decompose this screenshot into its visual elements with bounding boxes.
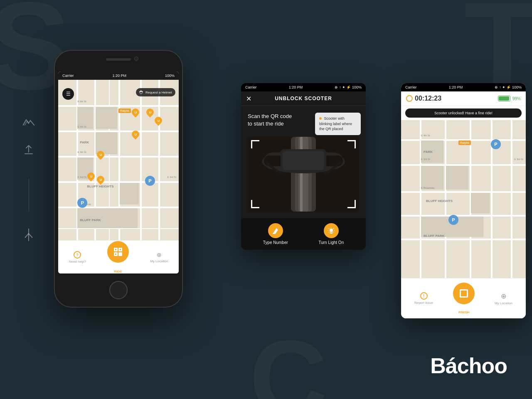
svg-rect-9: [115, 254, 116, 255]
upload-icon[interactable]: [24, 145, 33, 158]
svg-rect-8: [120, 249, 121, 250]
street-label-2: E 5th St: [77, 126, 86, 128]
unblock-title: UNBLOCK SCOOTER: [275, 96, 332, 101]
antenna-icon[interactable]: [24, 229, 33, 244]
ride-time: 1:20 PM: [449, 85, 463, 89]
unblock-time: 1:20 PM: [289, 85, 303, 89]
svg-rect-10: [118, 252, 122, 256]
ride-timer: 00:12:23: [406, 95, 441, 102]
scooter-pin-7[interactable]: U: [97, 176, 104, 185]
battery-indicator: 99%: [498, 96, 521, 101]
ride-battery-status: ⊕ ↑ ✦ ⚡ 100%: [495, 85, 522, 89]
phone-frame-main: Carrier 1:20 PM 100%: [54, 50, 183, 308]
sidebar-divider: [29, 179, 29, 212]
ride-street-1: E 4th St: [421, 134, 430, 137]
close-button[interactable]: ✕: [246, 95, 251, 103]
ride-ralphs: Ralphs: [458, 140, 471, 145]
street-label-4: E 3rd St: [77, 176, 86, 178]
ride-street-3: E 3rd St: [514, 158, 523, 160]
timer-icon: [406, 95, 413, 102]
unblock-carrier: Carrier: [245, 85, 257, 89]
phone-screen-main: Carrier 1:20 PM 100%: [58, 71, 179, 273]
ride-street-2: E 3rd St: [421, 158, 430, 160]
qr-viewfinder[interactable]: [248, 137, 359, 212]
type-number-action[interactable]: Type Number: [263, 223, 288, 245]
phone-camera: [134, 57, 138, 61]
phone-home-button[interactable]: [109, 281, 128, 299]
turn-light-label: Turn Light On: [318, 240, 344, 245]
tooltip-text: Scooter with blinking label where the QR…: [319, 116, 352, 131]
bluff-park-label: BLUFF PARK: [80, 218, 101, 222]
battery-fill: [499, 96, 509, 101]
ride-bluff-park-label: BLUFF PARK: [424, 234, 445, 238]
unlock-toast: Scooter unlocked! Have a fine ride!: [405, 108, 522, 118]
report-issue-label: Report Issue: [414, 301, 433, 305]
ride-topbar: 00:12:23 99%: [401, 91, 526, 106]
type-number-label: Type Number: [263, 240, 288, 245]
battery-label: 100%: [165, 74, 175, 78]
svg-point-24: [330, 229, 333, 232]
scooter-pin-4[interactable]: U: [132, 131, 139, 140]
ride-footer: ! Report Issue FINISH ⊕ My Location: [401, 278, 526, 318]
timer-value: 00:12:23: [415, 95, 441, 102]
my-location-tab[interactable]: ⊕ My Location: [495, 292, 512, 305]
street-label-3: E 4th St: [77, 151, 86, 153]
location-tab-label: My Location: [150, 259, 168, 263]
location-icon: ⊕: [501, 292, 506, 300]
bg-letter-c: C: [249, 324, 328, 399]
ride-carrier: Carrier: [405, 85, 417, 89]
help-tab[interactable]: ? Need help?: [69, 251, 86, 264]
finish-icon: [460, 289, 468, 298]
scooter-pin-6[interactable]: U: [87, 172, 95, 182]
turn-light-icon: [324, 223, 339, 238]
report-issue-icon: !: [420, 292, 428, 300]
svg-rect-22: [283, 151, 324, 170]
my-location-label: My Location: [495, 301, 512, 305]
helmet-button-label: Request a Helmet: [145, 91, 172, 94]
svg-rect-15: [300, 137, 303, 212]
scan-instruction: Scan the QR code to start the ride: [248, 113, 298, 128]
main-map: E 6th St E 5th St E 4th St E 3rd St E 3r…: [58, 80, 179, 249]
scooter-pin-3[interactable]: U: [155, 117, 162, 126]
svg-line-2: [29, 234, 32, 238]
svg-rect-14: [298, 137, 308, 212]
unblock-status-bar: Carrier 1:20 PM ⊕ ↑ ✦ ⚡ 100%: [241, 83, 366, 91]
ride-parking-pin-2[interactable]: P: [448, 215, 458, 225]
map-menu-button[interactable]: ☰: [62, 88, 74, 100]
location-tab[interactable]: ⊕ My Location: [150, 251, 168, 263]
phone-speaker: [106, 58, 131, 61]
type-number-icon: [268, 223, 283, 238]
svg-rect-7: [115, 249, 116, 250]
svg-line-1: [25, 234, 29, 238]
ride-tab-label: RIDE: [114, 270, 122, 273]
ride-tab[interactable]: RIDE: [107, 241, 129, 273]
unblock-battery: ⊕ ↑ ✦ ⚡ 100%: [335, 85, 362, 89]
turn-light-action[interactable]: Turn Light On: [318, 223, 344, 245]
ride-park-label: PARK: [424, 150, 433, 154]
street-label-5: E 3rd St: [167, 176, 177, 178]
scooter-pin-1[interactable]: U: [132, 108, 139, 118]
helmet-button[interactable]: ⛑ Request a Helmet: [136, 88, 175, 96]
scooter-pin-5[interactable]: U: [97, 151, 104, 160]
ride-street-4: E Broadway: [421, 187, 434, 189]
help-tab-label: Need help?: [69, 260, 86, 264]
unblock-phone: Carrier 1:20 PM ⊕ ↑ ✦ ⚡ 100% ✕ UNBLOCK S…: [241, 83, 366, 250]
time-label: 1:20 PM: [112, 74, 126, 78]
carrier-label: Carrier: [62, 74, 74, 78]
main-bottom-bar: ? Need help?: [58, 240, 179, 273]
report-issue-tab[interactable]: ! Report Issue: [414, 292, 433, 305]
main-status-bar: Carrier 1:20 PM 100%: [58, 71, 179, 80]
ride-status-bar: Carrier 1:20 PM ⊕ ↑ ✦ ⚡ 100%: [401, 83, 526, 91]
mountains-icon[interactable]: [23, 116, 34, 128]
scooter-pin-2[interactable]: U: [146, 108, 154, 118]
ride-active-phone: Carrier 1:20 PM ⊕ ↑ ✦ ⚡ 100% 00:12:23 99…: [401, 83, 526, 318]
street-label-1: E 6th St: [77, 100, 86, 103]
scooter-tooltip: Scooter with blinking label where the QR…: [315, 113, 361, 135]
battery-bar: [498, 96, 510, 101]
ride-parking-pin-1[interactable]: P: [491, 139, 501, 149]
finish-button[interactable]: [453, 283, 475, 304]
ride-map: E 4th St E 3rd St E 3rd St E Broadway PA…: [401, 120, 526, 278]
finish-tab[interactable]: FINISH: [453, 283, 475, 314]
ride-button[interactable]: [107, 241, 129, 263]
brand-name: Báchoo: [430, 353, 507, 378]
